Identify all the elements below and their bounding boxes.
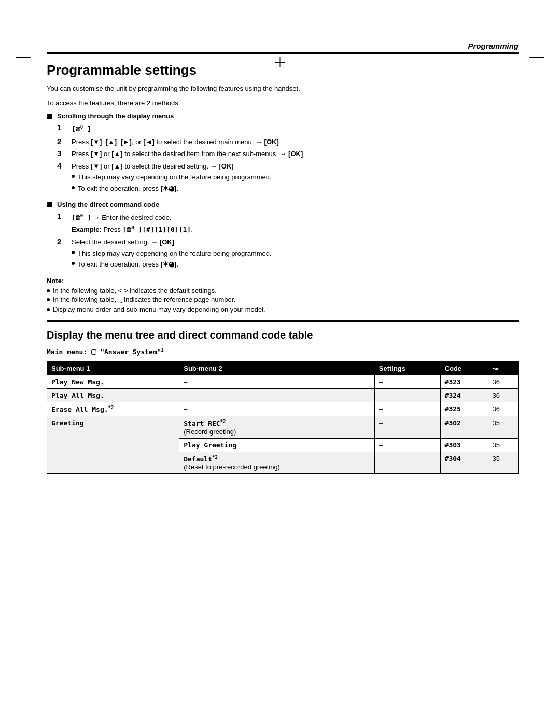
section-header: Programming [47,41,519,50]
direct-steps: 1 [☎0 ] → Enter the desired code. Exampl… [57,212,519,271]
intro-line-2: To access the features, there are 2 meth… [47,98,519,108]
key-up-3: [▲] [111,162,123,170]
menu-table: Sub-menu 1 Sub-menu 2 Settings Code ↝ Pl… [47,361,519,474]
cell-code-4a: #302 [440,416,488,438]
step-4-bullets: This step may vary depending on the feat… [72,172,519,193]
cell-ref-4a: 35 [488,416,518,438]
bullet-square-2 [47,202,52,207]
direct-heading-text: Using the direct command code [57,201,159,208]
cell-settings-4c: – [374,452,440,473]
note-bullets: In the following table, < > indicates th… [47,287,519,314]
key-ok-3: [OK] [219,162,233,170]
cell-settings-2: – [374,389,440,402]
table-subtitle: Main menu: ▢ "Answer System"1 [47,346,519,356]
col-header-settings: Settings [374,362,440,375]
table-row: Play All Msg. – – #324 36 [47,389,519,402]
step-4-bullet-1: This step may vary depending on the feat… [72,172,519,183]
note-bullet-1: In the following table, < > indicates th… [47,287,519,295]
cell-settings-3: – [374,402,440,416]
cell-submenu1-1: Play New Msg. [47,375,179,389]
direct-step-1: 1 [☎0 ] → Enter the desired code. Exampl… [57,212,519,235]
step-num-2: 2 [57,137,66,146]
corner-mark-br [529,723,544,728]
col-header-submenu2: Sub-menu 2 [179,362,375,375]
cell-submenu2-3: – [179,402,375,416]
key-ok-1: [OK] [264,138,279,146]
section-title: Programming [468,41,519,50]
key-down-2: [▼] [91,150,102,158]
key-left-1: [◄] [143,138,155,146]
cell-code-4b: #303 [440,438,488,452]
arrow-2: → [279,150,286,158]
direct-step-2-bullet-1: This step may vary depending on the feat… [72,248,519,259]
note-bullet-dot-1 [47,289,50,292]
cell-ref-3: 36 [488,402,518,416]
direct-step-2-bullet-2-text: To exit the operation, press [✶◕]. [78,259,178,270]
key-down-3: [▼] [91,162,102,170]
cell-submenu2-2: – [179,389,375,402]
direct-section: Using the direct command code 1 [☎0 ] → … [47,201,519,271]
bullet-square-1 [47,114,52,119]
step-num-3: 3 [57,149,66,158]
cell-ref-4b: 35 [488,438,518,452]
example-keys: [ [122,226,127,233]
key-right-1: [►] [120,138,132,146]
note-bullet-3: Display menu order and sub-menu may vary… [47,305,519,313]
direct-step-1-content: [☎0 ] → Enter the desired code. Example:… [72,212,519,235]
bullet-dot-2 [72,186,75,189]
cell-code-4c: #304 [440,452,488,473]
page-container: Programming Programmable settings You ca… [0,41,560,728]
key-ok-2: [OK] [288,150,303,158]
cell-ref-1: 36 [488,375,518,389]
note-bullet-dot-2 [47,298,50,301]
cell-submenu1-3: Erase All Msg.*2 [47,402,179,416]
direct-step-num-2: 2 [57,237,66,246]
note-bullet-2-text: In the following table, ↝ indicates the … [53,296,235,305]
corner-mark-tr [529,57,544,73]
subtitle-prefix: Main menu: [47,348,87,356]
step-4-content: Press [▼] or [▲] to select the desired s… [72,161,519,195]
table-header-row: Sub-menu 1 Sub-menu 2 Settings Code ↝ [47,362,519,375]
subtitle-sup: 1 [161,347,164,353]
arrow-1: → [256,138,262,146]
corner-mark-bl [16,723,31,728]
scroll-section: Scrolling through the display menus 1 [☎… [47,112,519,194]
direct-step-2-bullet-2: To exit the operation, press [✶◕]. [72,259,519,270]
step-1-icon: [ [72,125,76,133]
cell-ref-4c: 35 [488,452,518,473]
cell-submenu1-2: Play All Msg. [47,389,179,402]
key-off-2: [✶◕] [161,260,177,268]
corner-mark-tl [16,57,31,73]
step-1-content: [☎0 ] [72,123,519,135]
table-body: Play New Msg. – – #323 36 Play All Msg. … [47,375,519,474]
direct-step-num-1: 1 [57,212,66,220]
main-content: Programming Programmable settings You ca… [47,41,519,474]
cell-code-3: #325 [440,402,488,416]
table-rule [47,320,519,322]
table-title: Display the menu tree and direct command… [47,329,519,341]
key-up-2: [▲] [111,150,123,158]
cell-submenu2-1: – [179,375,375,389]
scroll-heading-text: Scrolling through the display menus [57,112,174,120]
scroll-section-heading: Scrolling through the display menus [47,112,519,120]
col-header-code: Code [440,362,488,375]
step-4-bullet-2: To exit the operation, press [✶◕]. [72,184,519,194]
cell-settings-4a: – [374,416,440,438]
key-down-1: [▼] [91,138,102,146]
direct-step-2: 2 Select the desired setting. → [OK] Thi… [57,237,519,271]
cell-code-1: #323 [440,375,488,389]
cell-submenu1-4: Greeting [47,416,179,474]
arrow-4: → [151,238,158,246]
subtitle-text: "Answer System" [100,348,161,356]
step-4-bullet-1-text: This step may vary depending on the feat… [78,172,272,183]
cell-submenu2-4b: Play Greeting [179,438,375,452]
key-off-1: [✶◕] [161,185,177,192]
subtitle-icon: ▢ [91,346,96,356]
table-row: Erase All Msg.*2 – – #325 36 [47,402,519,416]
col-header-submenu1: Sub-menu 1 [47,362,179,375]
direct-step-2-content: Select the desired setting. → [OK] This … [72,237,519,271]
cell-code-2: #324 [440,389,488,402]
table-row: Play New Msg. – – #323 36 [47,375,519,389]
scroll-step-1: 1 [☎0 ] [57,123,519,135]
scroll-step-3: 3 Press [▼] or [▲] to select the desired… [57,149,519,159]
